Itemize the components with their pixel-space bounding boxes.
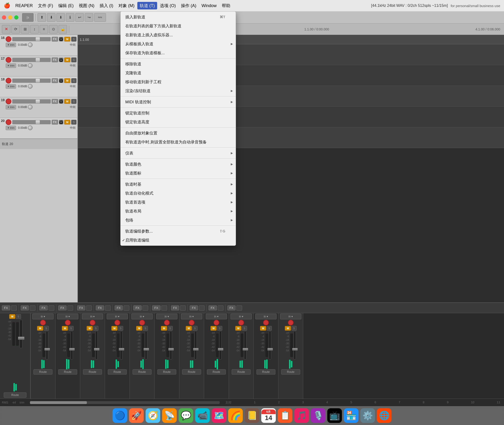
master-m-btn[interactable]: M — [9, 314, 15, 319]
toolbar-btn-undo[interactable]: ↩ — [75, 13, 84, 22]
menu-item-保存轨道为轨道模板...[interactable]: 保存轨道为轨道模板... — [121, 48, 236, 57]
mixer-power-btn-12[interactable] — [236, 305, 242, 311]
track-mute-btn[interactable]: M — [64, 37, 70, 41]
track-volume-slider[interactable] — [12, 120, 51, 124]
mixer-fx-btn-7[interactable]: FX — [133, 305, 141, 310]
ch-fader-thumb-8[interactable] — [218, 348, 223, 351]
menu-item-仪表[interactable]: 仪表 — [121, 149, 236, 158]
toolbar-btn-down2[interactable]: ⬇ — [56, 13, 65, 22]
toolbar-btn-wave[interactable]: ≈≈ — [94, 13, 106, 22]
ch-m-btn-8[interactable]: M — [210, 326, 217, 331]
mixer-fx-btn-6[interactable]: FX — [115, 305, 123, 310]
menu-item-移除轨道[interactable]: 移除轨道 — [121, 60, 236, 68]
ch-route-btn-3[interactable]: Route — [83, 369, 102, 375]
toolbar-btn-download[interactable]: ⬇ — [47, 13, 55, 22]
ch-rec-10[interactable] — [263, 320, 269, 325]
track-rec-btn[interactable] — [6, 57, 11, 63]
apple-menu[interactable]: 🍎 — [4, 3, 10, 9]
ch-rec-8[interactable] — [214, 320, 219, 325]
track-volume-slider[interactable] — [12, 99, 51, 104]
track-solo-btn[interactable]: S — [71, 58, 76, 62]
mixer-power-btn-1[interactable] — [30, 305, 35, 311]
track-menu[interactable]: 插入新轨道⌘T在轨道列表的最下方插入新轨道在新轨道上插入虚拟乐器...从模板插入… — [120, 11, 236, 246]
menu-item-在轨道列表的最下方插入新轨道[interactable]: 在轨道列表的最下方插入新轨道 — [121, 21, 236, 30]
mixer-power-btn-3[interactable] — [67, 305, 73, 311]
mixer-fx-btn-8[interactable]: FX — [152, 305, 161, 310]
dock-item-podcasts[interactable]: 🎙️ — [310, 408, 326, 423]
ch-fader-track-4[interactable] — [120, 331, 122, 359]
track-mute-btn[interactable]: M — [64, 58, 70, 62]
ch-route-btn-6[interactable]: Route — [157, 369, 176, 375]
ch-input-9[interactable]: in ▾ — [230, 314, 252, 319]
track-trim-btn[interactable]: ✦ trim — [6, 84, 16, 89]
mixer-power-btn-7[interactable] — [142, 305, 148, 311]
ch-input-10[interactable]: in ▾ — [255, 314, 276, 319]
menubar-item-选项 (O)[interactable]: 选项 (O) — [158, 2, 178, 9]
menu-item-自由摆放对象位置[interactable]: 自由摆放对象位置 — [121, 129, 236, 138]
ch-fader-track-7[interactable] — [195, 331, 197, 359]
menubar-item-插入 (I)[interactable]: 插入 (I) — [97, 2, 116, 9]
mixer-power-btn-6[interactable] — [124, 305, 129, 311]
menu-item-轨道编组参数...[interactable]: 轨道编组参数...⇧G — [121, 227, 236, 236]
ch-fader-thumb-9[interactable] — [242, 348, 248, 351]
ch-route-btn-1[interactable]: Route — [34, 369, 52, 375]
mixer-scrollbar[interactable] — [30, 401, 220, 404]
track-rec-btn[interactable] — [6, 119, 11, 125]
menu-item-轨道布局[interactable]: 轨道布局 — [121, 207, 236, 216]
master-fader-thumb[interactable] — [18, 337, 25, 340]
toolbar-btn-x[interactable]: ✕ — [2, 25, 10, 33]
track-fx-btn[interactable]: FX — [52, 99, 58, 104]
dock-item-contacts[interactable]: 📒 — [244, 408, 260, 423]
ch-s-btn-8[interactable]: S — [217, 326, 222, 331]
ch-fader-track-3[interactable] — [95, 331, 98, 359]
dock-item-finder[interactable]: 🔵 — [112, 408, 128, 423]
dock-item-facetime[interactable]: 📹 — [195, 408, 210, 423]
track-trim-btn[interactable]: ✦ trim — [6, 63, 16, 68]
ch-route-btn-2[interactable]: Route — [58, 369, 77, 375]
mixer-power-btn-11[interactable] — [218, 305, 223, 311]
menu-item-轨道首选项[interactable]: 轨道首选项 — [121, 198, 236, 207]
menu-item-锁定轨道控制[interactable]: 锁定轨道控制 — [121, 108, 236, 117]
ch-route-btn-7[interactable]: Route — [182, 369, 201, 375]
ch-fader-track-9[interactable] — [244, 331, 246, 359]
track-pan-dial[interactable] — [28, 63, 33, 68]
dock-item-app-store[interactable]: 🏪 — [343, 408, 359, 423]
mixer-power-btn-9[interactable] — [180, 305, 186, 311]
ch-fader-track-8[interactable] — [219, 331, 222, 359]
ch-fader-thumb-11[interactable] — [292, 348, 298, 351]
ch-fader-track-10[interactable] — [269, 331, 271, 359]
track-fx-btn[interactable]: FX — [52, 120, 58, 125]
menu-item-锁定轨道高度[interactable]: 锁定轨道高度 — [121, 117, 236, 126]
master-fader-track[interactable] — [20, 320, 22, 348]
menubar-item-帮助[interactable]: 帮助 — [219, 2, 233, 9]
menubar-item-文件 (F)[interactable]: 文件 (F) — [36, 2, 55, 9]
dock-item-messages[interactable]: 💬 — [178, 408, 194, 423]
dock-item-photos[interactable]: 🌈 — [228, 408, 243, 423]
dock-item-transmit[interactable]: 📡 — [162, 408, 177, 423]
ch-route-btn-11[interactable]: Route — [281, 369, 300, 375]
dock-item-arc-browser[interactable]: 🌐 — [376, 408, 392, 423]
toolbar-btn-redo[interactable]: ↪ — [85, 13, 93, 22]
track-power-btn[interactable]: ⏻ — [59, 99, 63, 104]
track-power-btn[interactable]: ⏻ — [59, 120, 63, 124]
menu-item-轨道图标[interactable]: 轨道图标 — [121, 169, 236, 178]
ch-s-btn-1[interactable]: S — [44, 326, 49, 331]
ch-input-4[interactable]: in ▾ — [107, 314, 128, 319]
track-volume-slider[interactable] — [12, 37, 51, 41]
mixer-power-btn-2[interactable] — [49, 305, 54, 311]
track-power-btn[interactable]: ⏻ — [59, 79, 63, 83]
track-power-btn[interactable]: ⏻ — [59, 37, 63, 41]
mixer-fx-btn-9[interactable]: FX — [171, 305, 179, 310]
track-pan-dial[interactable] — [28, 105, 33, 109]
ch-m-btn-6[interactable]: M — [161, 326, 167, 331]
dock-item-calendar[interactable]: 6月 14 — [261, 408, 276, 423]
ch-fader-thumb-1[interactable] — [44, 348, 50, 351]
mixer-fx-btn-3[interactable]: FX — [58, 305, 67, 310]
track-fx-btn[interactable]: FX — [52, 58, 58, 62]
mixer-power-btn-4[interactable] — [86, 305, 92, 311]
ch-input-2[interactable]: in ▾ — [57, 314, 78, 319]
toolbar-btn-arrows[interactable]: ↕ — [30, 25, 39, 33]
ch-s-btn-9[interactable]: S — [242, 326, 247, 331]
toolbar-btn-upload[interactable]: ⬆ — [38, 13, 46, 22]
menu-item-轨道颜色[interactable]: 轨道颜色 — [121, 160, 236, 169]
